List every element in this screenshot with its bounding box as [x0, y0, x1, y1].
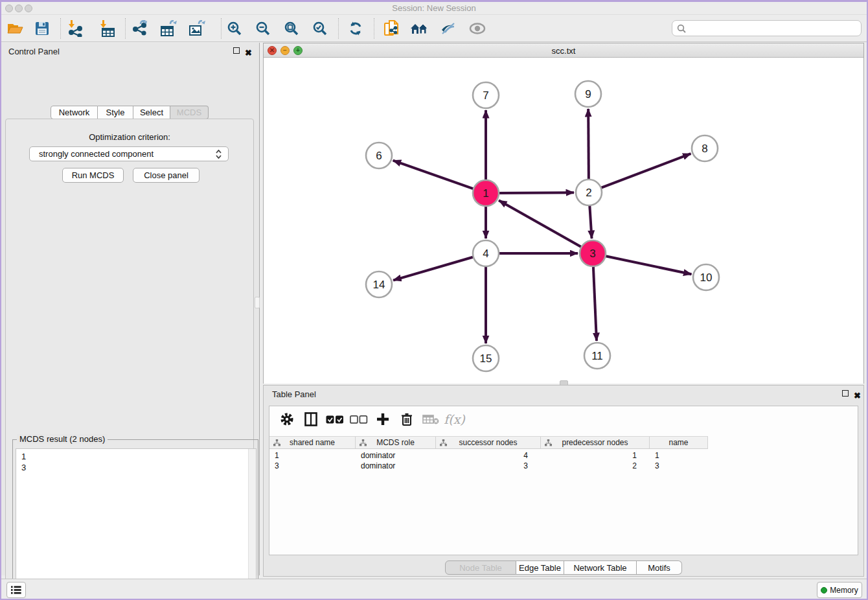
tab-motifs[interactable]: Motifs — [637, 560, 682, 575]
run-mcds-button[interactable]: Run MCDS — [62, 168, 124, 183]
deselect-all-icon[interactable] — [347, 409, 371, 430]
network-view-window: ✕ − + scc.txt 7968124314101511 — [263, 43, 864, 384]
table-column-headers[interactable]: shared nameMCDS rolesuccessor nodesprede… — [269, 436, 708, 449]
export-table-icon[interactable] — [157, 18, 181, 39]
network-graph[interactable]: 7968124314101511 — [264, 58, 863, 384]
zoom-out-icon[interactable] — [251, 18, 275, 39]
tab-network[interactable]: Network — [51, 106, 98, 119]
main-toolbar — [0, 15, 868, 42]
panel-splitter-handle[interactable] — [255, 297, 260, 308]
cell[interactable]: 1 — [269, 450, 356, 461]
status-bar: Memory — [0, 579, 868, 600]
window-title: Session: New Session — [0, 3, 868, 13]
network-window-titlebar[interactable]: ✕ − + scc.txt — [264, 43, 863, 58]
table-toolbar: f(x) — [269, 406, 858, 432]
close-table-panel-icon[interactable]: ✖ — [854, 389, 862, 397]
edge-3-10[interactable] — [604, 256, 692, 275]
tab-network-table[interactable]: Network Table — [564, 560, 637, 575]
tab-mcds[interactable]: MCDS — [170, 106, 209, 119]
column-header-successor-nodes[interactable]: successor nodes — [436, 437, 541, 448]
hide-graphics-icon[interactable] — [437, 18, 460, 39]
table-panel-header: Table Panel ✖ — [264, 386, 863, 402]
select-all-icon[interactable] — [323, 409, 347, 430]
network-canvas[interactable]: 7968124314101511 — [264, 58, 863, 384]
open-session-icon[interactable] — [3, 18, 27, 39]
control-panel: Control Panel ✖ NetworkStyleSelectMCDS O… — [0, 43, 260, 575]
search-icon — [677, 24, 686, 33]
edge-2-3[interactable] — [589, 204, 591, 238]
toolbar-separator — [221, 18, 222, 39]
import-network-icon[interactable] — [64, 18, 87, 39]
import-table-icon[interactable] — [96, 18, 119, 39]
column-header-name[interactable]: name — [650, 437, 708, 448]
node-label-3: 3 — [589, 248, 595, 260]
first-neighbors-icon[interactable] — [408, 18, 431, 39]
zoom-selected-icon[interactable] — [308, 18, 332, 39]
cell[interactable]: 4 — [436, 450, 541, 461]
delete-row-icon[interactable] — [394, 409, 418, 430]
tab-select[interactable]: Select — [133, 106, 170, 119]
memory-button[interactable]: Memory — [817, 582, 862, 598]
zoom-fit-icon[interactable] — [280, 18, 303, 39]
export-network-icon[interactable] — [130, 18, 153, 39]
list-icon — [11, 586, 21, 594]
close-panel-button[interactable]: Close panel — [133, 168, 200, 183]
show-graphics-icon[interactable] — [466, 18, 489, 39]
cell[interactable]: dominator — [356, 450, 436, 461]
table-row[interactable]: 1dominator411 — [269, 450, 708, 461]
search-field[interactable] — [672, 20, 862, 36]
edge-4-14[interactable] — [393, 257, 475, 281]
cell[interactable]: 1 — [650, 450, 708, 461]
save-session-icon[interactable] — [30, 18, 54, 39]
add-row-icon[interactable] — [371, 409, 394, 430]
search-input[interactable] — [689, 22, 861, 35]
close-panel-icon[interactable]: ✖ — [245, 47, 253, 54]
edge-2-8[interactable] — [600, 154, 691, 188]
optimization-criterion-dropdown[interactable]: strongly connected component — [29, 146, 229, 161]
edge-1-6[interactable] — [393, 161, 475, 189]
edge-3-1[interactable] — [499, 200, 582, 248]
table-row[interactable]: 3dominator323 — [269, 461, 708, 471]
edge-2-9[interactable] — [588, 109, 589, 181]
float-panel-icon[interactable] — [233, 47, 241, 55]
zoom-in-icon[interactable] — [223, 18, 246, 39]
control-panel-title: Control Panel — [8, 47, 60, 56]
memory-status-icon — [821, 587, 827, 594]
cell[interactable]: 3 — [650, 461, 708, 471]
result-scrollbar[interactable] — [248, 449, 256, 600]
node-label-6: 6 — [376, 150, 382, 162]
node-label-2: 2 — [586, 187, 591, 199]
show-column-icon[interactable] — [299, 409, 323, 430]
settings-gear-icon[interactable] — [275, 409, 299, 430]
tab-style[interactable]: Style — [98, 106, 133, 119]
table-panel: Table Panel ✖ — [263, 385, 864, 577]
column-header-shared-name[interactable]: shared name — [269, 437, 356, 448]
cell[interactable]: 3 — [269, 461, 356, 471]
edge-1-2[interactable] — [497, 192, 574, 193]
toolbar-separator — [60, 18, 61, 39]
cell[interactable]: 2 — [541, 461, 650, 471]
result-line: 1 — [21, 451, 26, 462]
refresh-icon[interactable] — [344, 18, 367, 39]
column-header-MCDS-role[interactable]: MCDS role — [356, 437, 436, 448]
edge-3-11[interactable] — [593, 265, 597, 341]
cell[interactable]: 1 — [541, 450, 650, 461]
cell[interactable]: dominator — [356, 461, 436, 471]
tab-edge-table[interactable]: Edge Table — [516, 560, 564, 575]
tab-node-table[interactable]: Node Table — [445, 560, 516, 575]
mcds-result-textarea[interactable]: 13 — [16, 448, 257, 600]
task-history-button[interactable] — [6, 582, 26, 598]
export-image-icon[interactable] — [186, 18, 209, 39]
table-tabs: Node TableEdge TableNetwork TableMotifs — [264, 560, 863, 575]
node-label-1: 1 — [483, 187, 488, 200]
cell[interactable]: 3 — [436, 461, 541, 471]
network-window-title: scc.txt — [264, 46, 863, 56]
float-table-panel-icon[interactable] — [842, 390, 850, 398]
mcds-result-title: MCDS result (2 nodes) — [17, 434, 108, 444]
column-header-predecessor-nodes[interactable]: predecessor nodes — [541, 437, 650, 448]
node-label-15: 15 — [480, 352, 492, 365]
toolbar-separator — [374, 18, 374, 39]
node-table-view: f(x) shared nameMCDS rolesuccessor nodes… — [269, 406, 858, 555]
duplicate-network-icon[interactable] — [380, 18, 404, 39]
toolbar-separator — [338, 18, 339, 39]
